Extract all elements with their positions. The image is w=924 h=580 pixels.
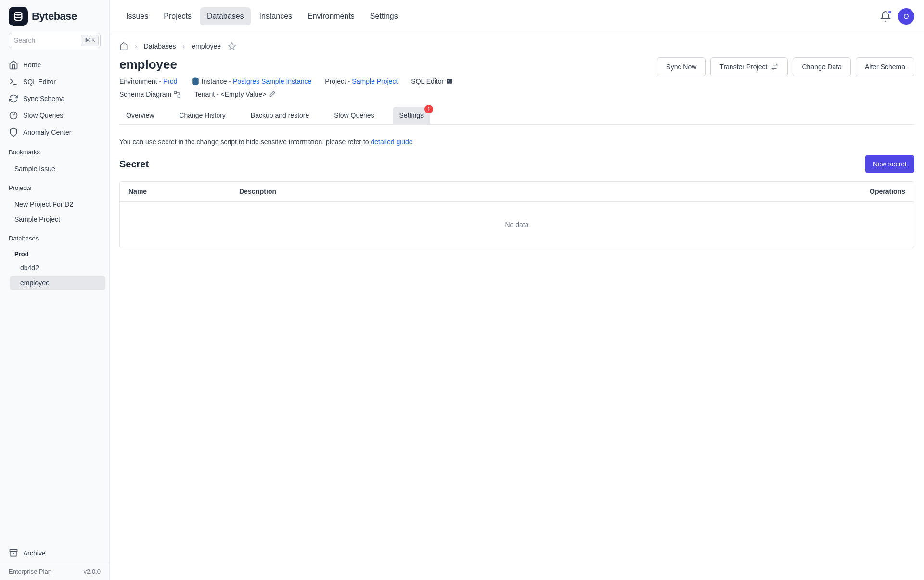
project-item[interactable]: Sample Project xyxy=(10,212,105,227)
svg-point-0 xyxy=(15,13,22,15)
table-head-name: Name xyxy=(120,182,231,201)
sidebar-item-label: Home xyxy=(23,61,41,69)
tenant-value: <Empty Value> xyxy=(221,90,267,98)
subtab-slow-queries[interactable]: Slow Queries xyxy=(327,107,381,124)
brand-name: Bytebase xyxy=(32,10,77,23)
breadcrumb-leaf: employee xyxy=(192,42,221,50)
env-label: Environment xyxy=(119,77,157,85)
subtab-overview[interactable]: Overview xyxy=(119,107,161,124)
projects-head: Projects xyxy=(0,180,109,193)
svg-rect-4 xyxy=(447,79,452,83)
project-label: Project xyxy=(325,77,346,85)
env-link[interactable]: Prod xyxy=(163,77,178,85)
sql-editor-link[interactable]: SQL Editor xyxy=(411,77,453,86)
sidebar-item-label: Sync Schema xyxy=(23,95,64,102)
sidebar-item-anomaly-center[interactable]: Anomaly Center xyxy=(4,124,105,140)
project-link[interactable]: Sample Project xyxy=(352,77,398,85)
sidebar-item-home[interactable]: Home xyxy=(4,57,105,73)
project-label: New Project For D2 xyxy=(14,201,73,208)
transfer-project-button[interactable]: Transfer Project xyxy=(710,57,788,76)
terminal-icon xyxy=(446,77,453,85)
svg-rect-2 xyxy=(10,550,17,552)
gauge-icon xyxy=(9,111,18,120)
sidebar-db-item[interactable]: employee xyxy=(10,276,105,290)
notifications-button[interactable] xyxy=(880,11,891,22)
bookmarks-head: Bookmarks xyxy=(0,145,109,158)
sidebar: Bytebase ⌘ K Home SQL Editor Sync Schema xyxy=(0,0,110,580)
sidebar-db-label: employee xyxy=(20,279,50,287)
topnav-projects[interactable]: Projects xyxy=(157,7,198,25)
new-secret-button[interactable]: New secret xyxy=(865,155,914,173)
star-icon[interactable] xyxy=(228,42,236,50)
sync-now-button[interactable]: Sync Now xyxy=(657,57,706,76)
alter-schema-button[interactable]: Alter Schema xyxy=(856,57,914,76)
subtab-settings[interactable]: Settings 1 xyxy=(393,107,431,124)
sidebar-item-archive[interactable]: Archive xyxy=(0,543,109,563)
sidebar-item-label: SQL Editor xyxy=(23,78,56,86)
subtab-label: Settings xyxy=(399,112,424,119)
tenant-label: Tenant xyxy=(194,90,215,98)
sidebar-item-slow-queries[interactable]: Slow Queries xyxy=(4,107,105,124)
btn-label: Sync Now xyxy=(666,63,696,71)
edit-icon[interactable] xyxy=(268,90,276,98)
sidebar-item-label: Anomaly Center xyxy=(23,128,71,136)
topnav-issues[interactable]: Issues xyxy=(119,7,155,25)
topnav-label: Environments xyxy=(308,12,355,20)
app-version: v2.0.0 xyxy=(84,568,101,575)
logo-mark-icon xyxy=(9,7,28,26)
sidebar-db-item[interactable]: db4d2 xyxy=(10,261,105,275)
subtab-label: Backup and restore xyxy=(251,112,309,119)
secret-table: Name Description Operations No data xyxy=(119,181,914,248)
chevron-right-icon: › xyxy=(135,42,137,50)
instance-link[interactable]: Postgres Sample Instance xyxy=(233,77,311,85)
archive-icon xyxy=(9,548,18,558)
breadcrumb-databases[interactable]: Databases xyxy=(144,42,176,50)
subtab-label: Change History xyxy=(179,112,226,119)
breadcrumb: › Databases › employee xyxy=(119,42,914,50)
project-label: Sample Project xyxy=(14,215,60,223)
subtab-label: Slow Queries xyxy=(334,112,374,119)
secret-heading: Secret xyxy=(119,159,149,170)
subtab-label: Overview xyxy=(126,112,154,119)
topnav-environments[interactable]: Environments xyxy=(301,7,361,25)
breadcrumb-home[interactable] xyxy=(119,42,128,50)
page-title: employee xyxy=(119,57,466,72)
settings-badge: 1 xyxy=(424,105,433,113)
search-input-wrap: ⌘ K xyxy=(9,33,101,48)
bookmark-item[interactable]: Sample Issue xyxy=(10,162,105,176)
sql-editor-label: SQL Editor xyxy=(411,77,444,85)
schema-diagram-label: Schema Diagram xyxy=(119,90,171,98)
btn-label: New secret xyxy=(873,160,907,168)
archive-label: Archive xyxy=(23,549,46,557)
bookmark-label: Sample Issue xyxy=(14,165,55,173)
topnav-label: Projects xyxy=(164,12,192,20)
change-data-button[interactable]: Change Data xyxy=(793,57,851,76)
btn-label: Alter Schema xyxy=(865,63,905,71)
topnav-settings[interactable]: Settings xyxy=(363,7,405,25)
logo[interactable]: Bytebase xyxy=(9,7,101,26)
notification-dot-icon xyxy=(887,10,892,14)
sidebar-item-sql-editor[interactable]: SQL Editor xyxy=(4,74,105,90)
databases-head: Databases xyxy=(0,231,109,244)
svg-marker-3 xyxy=(228,43,235,50)
avatar[interactable]: O xyxy=(898,8,914,25)
subtab-change-history[interactable]: Change History xyxy=(172,107,232,124)
project-item[interactable]: New Project For D2 xyxy=(10,197,105,212)
topnav-databases[interactable]: Databases xyxy=(200,7,251,25)
schema-diagram-link[interactable]: Schema Diagram xyxy=(119,90,181,98)
topnav-label: Issues xyxy=(126,12,148,20)
chevron-right-icon: › xyxy=(183,42,185,50)
sidebar-item-sync-schema[interactable]: Sync Schema xyxy=(4,90,105,107)
topnav-label: Settings xyxy=(370,12,398,20)
table-head-operations: Operations xyxy=(842,182,914,201)
svg-rect-5 xyxy=(174,91,177,94)
topnav-instances[interactable]: Instances xyxy=(253,7,299,25)
diagram-icon xyxy=(173,90,181,98)
sidebar-item-label: Slow Queries xyxy=(23,112,63,119)
svg-rect-6 xyxy=(178,95,180,97)
topbar: Issues Projects Databases Instances Envi… xyxy=(110,0,924,33)
btn-label: Transfer Project xyxy=(719,63,767,71)
terminal-icon xyxy=(9,77,18,87)
subtab-backup[interactable]: Backup and restore xyxy=(244,107,316,124)
detailed-guide-link[interactable]: detailed guide xyxy=(371,138,412,146)
